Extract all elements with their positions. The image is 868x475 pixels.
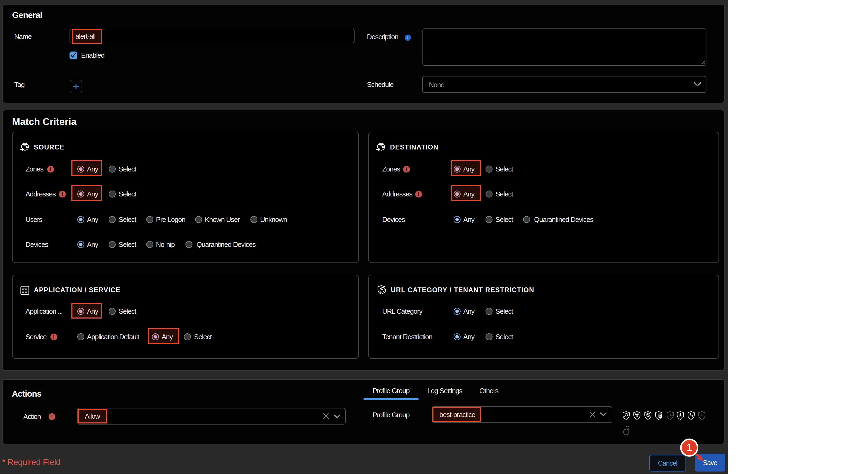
- svg-text:1: 1: [686, 442, 692, 453]
